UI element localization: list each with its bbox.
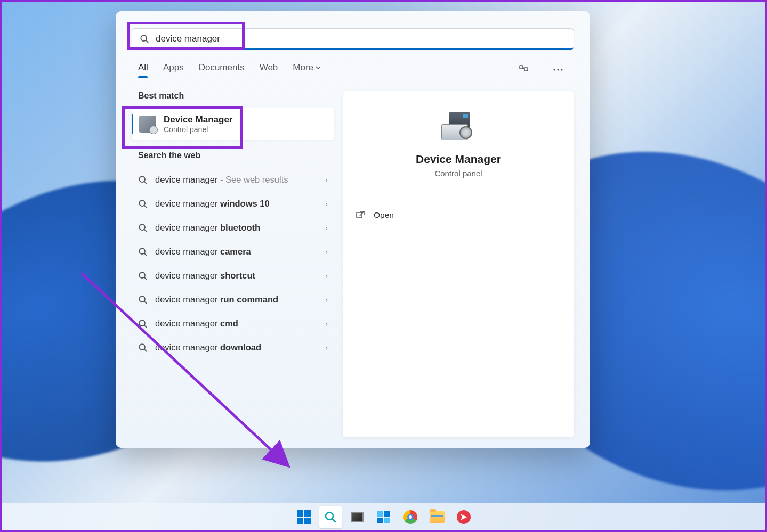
search-icon: [138, 295, 148, 305]
app-icon: ➤: [457, 510, 471, 524]
chevron-right-icon: ›: [325, 272, 328, 280]
preview-pane: Device Manager Control panel Open: [343, 91, 574, 437]
web-result-item[interactable]: device manager cmd›: [132, 312, 334, 335]
web-results-list: device manager - See web results›device …: [132, 168, 334, 359]
search-web-heading: Search the web: [132, 151, 334, 168]
tab-web[interactable]: Web: [260, 62, 278, 77]
widgets-button[interactable]: [373, 506, 395, 528]
widgets-icon: [377, 511, 390, 523]
tab-documents[interactable]: Documents: [199, 62, 245, 77]
svg-line-27: [332, 519, 335, 522]
open-label: Open: [374, 210, 394, 220]
svg-point-16: [139, 272, 145, 278]
chevron-right-icon: ›: [325, 248, 328, 256]
chevron-right-icon: ›: [325, 200, 328, 208]
search-icon: [138, 199, 148, 209]
device-manager-icon: [139, 116, 156, 133]
ellipsis-icon: [553, 69, 563, 71]
start-search-panel: All Apps Documents Web More Best match: [116, 11, 590, 448]
search-icon: [324, 511, 337, 523]
svg-point-10: [139, 200, 145, 206]
svg-point-20: [139, 320, 145, 326]
search-icon: [140, 34, 149, 44]
search-icon: [138, 223, 148, 233]
best-match-subtitle: Control panel: [164, 125, 232, 134]
start-button[interactable]: [293, 506, 315, 528]
svg-line-1: [146, 40, 149, 43]
taskbar: ➤: [2, 503, 765, 530]
web-result-text: device manager shortcut: [155, 271, 318, 281]
tab-more-label: More: [293, 62, 313, 73]
tab-apps[interactable]: Apps: [163, 62, 184, 77]
svg-point-22: [139, 344, 145, 350]
taskbar-search-button[interactable]: [319, 506, 342, 528]
svg-rect-24: [357, 212, 362, 218]
preview-subtitle: Control panel: [353, 169, 563, 178]
tab-more[interactable]: More: [293, 62, 321, 77]
web-result-item[interactable]: device manager download›: [132, 335, 334, 359]
chrome-app[interactable]: [399, 506, 422, 528]
svg-line-11: [144, 205, 147, 208]
svg-rect-2: [520, 66, 523, 69]
task-view-icon: [351, 512, 364, 522]
file-explorer-app[interactable]: [426, 506, 448, 528]
divider: [353, 194, 563, 194]
chevron-right-icon: ›: [325, 343, 328, 352]
svg-line-21: [144, 325, 147, 328]
task-view-button[interactable]: [346, 506, 368, 528]
svg-point-5: [553, 69, 555, 70]
web-result-text: device manager bluetooth: [155, 223, 318, 233]
tab-all[interactable]: All: [138, 62, 148, 77]
svg-point-6: [557, 69, 559, 70]
web-result-text: device manager cmd: [155, 318, 318, 329]
svg-rect-3: [524, 68, 528, 71]
search-box[interactable]: [132, 28, 574, 50]
apps-icon: [519, 64, 529, 75]
windows-logo-icon: [297, 510, 311, 524]
svg-point-0: [141, 35, 147, 41]
chevron-right-icon: ›: [325, 176, 328, 184]
more-options-button[interactable]: [548, 60, 568, 79]
web-result-text: device manager download: [155, 342, 318, 353]
web-result-text: device manager windows 10: [155, 199, 318, 209]
open-icon: [356, 210, 365, 220]
web-result-item[interactable]: device manager shortcut›: [132, 264, 334, 288]
web-result-text: device manager - See web results: [155, 175, 318, 185]
web-result-item[interactable]: device manager run command›: [132, 288, 334, 312]
filter-tabs: All Apps Documents Web More: [132, 60, 574, 79]
svg-point-18: [139, 296, 145, 302]
svg-point-8: [139, 176, 145, 182]
web-result-item[interactable]: device manager - See web results›: [132, 168, 334, 192]
search-icon: [138, 175, 148, 185]
search-input[interactable]: [156, 34, 566, 44]
search-icon: [138, 319, 148, 329]
chrome-icon: [403, 510, 417, 524]
quick-search-button[interactable]: [514, 60, 534, 79]
chevron-right-icon: ›: [325, 224, 328, 232]
open-action[interactable]: Open: [353, 206, 563, 224]
pinned-app[interactable]: ➤: [453, 506, 475, 528]
web-result-text: device manager run command: [155, 294, 318, 305]
svg-point-12: [139, 224, 145, 230]
preview-title: Device Manager: [353, 153, 563, 166]
svg-line-23: [144, 349, 147, 351]
folder-icon: [430, 511, 445, 523]
svg-line-19: [144, 301, 147, 304]
svg-line-15: [144, 253, 147, 256]
web-result-item[interactable]: device manager bluetooth›: [132, 216, 334, 240]
best-match-heading: Best match: [132, 91, 334, 108]
svg-line-17: [144, 277, 147, 280]
web-result-text: device manager camera: [155, 247, 318, 257]
best-match-result[interactable]: Device Manager Control panel: [132, 108, 334, 140]
svg-point-14: [139, 248, 145, 254]
search-icon: [138, 343, 148, 353]
svg-line-9: [144, 181, 147, 184]
svg-point-7: [561, 69, 562, 70]
search-icon: [138, 271, 148, 281]
chevron-down-icon: [316, 65, 321, 70]
chevron-right-icon: ›: [325, 296, 328, 304]
web-result-item[interactable]: device manager windows 10›: [132, 192, 334, 216]
chevron-right-icon: ›: [325, 320, 328, 328]
device-manager-large-icon: [441, 112, 475, 140]
web-result-item[interactable]: device manager camera›: [132, 240, 334, 264]
